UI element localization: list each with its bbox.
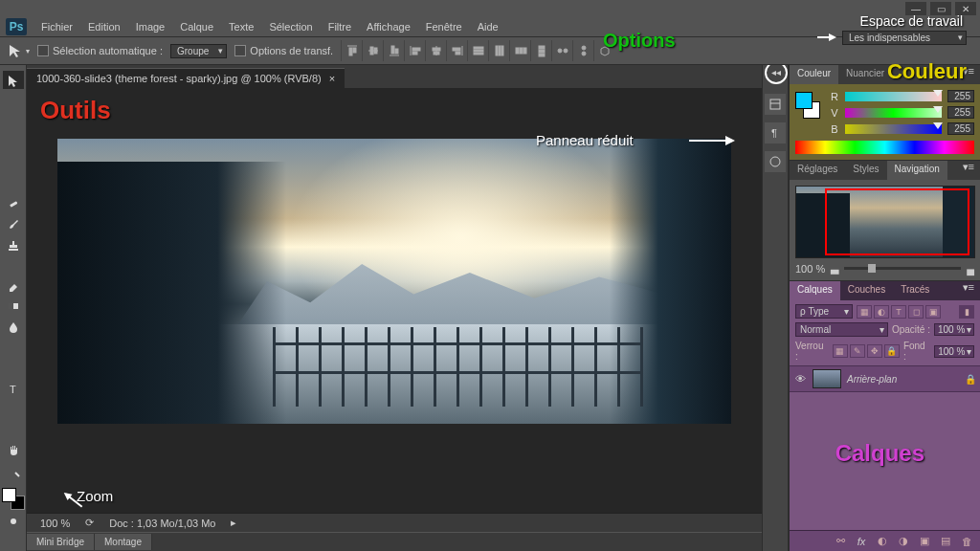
color-slider[interactable]: [845, 92, 942, 101]
heal-tool[interactable]: [3, 194, 24, 212]
panel-swatches[interactable]: [795, 92, 820, 119]
menu-aide[interactable]: Aide: [471, 19, 505, 34]
color-slider[interactable]: [845, 108, 942, 118]
tab-couleur[interactable]: Couleur: [790, 65, 838, 84]
menu-edition[interactable]: Edition: [81, 19, 127, 34]
workspace-dropdown[interactable]: Les indispensables: [842, 31, 967, 45]
auto-select-target[interactable]: Groupe: [170, 44, 227, 58]
blur-tool[interactable]: [3, 318, 24, 336]
distribute-4-icon[interactable]: [530, 40, 551, 61]
align-bottom-icon[interactable]: [383, 40, 404, 61]
layer-thumbnail[interactable]: [813, 369, 841, 388]
align-hcenter-icon[interactable]: [425, 40, 446, 61]
fx-icon[interactable]: fx: [854, 534, 869, 549]
status-more[interactable]: ▸: [231, 517, 236, 529]
lock-trans-icon[interactable]: ▦: [833, 344, 848, 358]
filter-adjust-icon[interactable]: ◐: [874, 305, 889, 319]
brush-tool[interactable]: [3, 214, 24, 232]
active-tool-indicator[interactable]: ▾: [8, 43, 30, 58]
collapsed-panel-icon-2[interactable]: ¶: [765, 122, 786, 143]
marquee-tool[interactable]: [3, 91, 24, 109]
lock-pos-icon[interactable]: ✥: [867, 344, 882, 358]
filter-toggle[interactable]: ▮: [959, 305, 974, 319]
3d-mode-icon[interactable]: [593, 40, 614, 61]
path-select-tool[interactable]: [3, 400, 24, 418]
crop-tool[interactable]: [3, 153, 24, 171]
window-close[interactable]: ✕: [955, 2, 976, 15]
close-tab-icon[interactable]: ×: [329, 73, 335, 84]
stamp-tool[interactable]: [3, 235, 24, 253]
canvas[interactable]: [27, 88, 762, 513]
new-layer-icon[interactable]: ▤: [938, 534, 953, 549]
align-top-icon[interactable]: [341, 40, 362, 61]
mask-icon[interactable]: ◐: [875, 534, 890, 549]
window-maximize[interactable]: ▭: [930, 2, 951, 15]
layer-row[interactable]: 👁 Arrière-plan 🔒: [790, 365, 980, 392]
color-value[interactable]: 255: [947, 106, 974, 119]
panel-menu-icon[interactable]: ▾≡: [957, 281, 980, 300]
distribute-1-icon[interactable]: [467, 40, 488, 61]
move-tool[interactable]: [3, 71, 24, 89]
eraser-tool[interactable]: [3, 276, 24, 295]
mini-bridge-tab[interactable]: Mini Bridge: [27, 534, 95, 550]
auto-select-checkbox[interactable]: Sélection automatique :: [37, 45, 163, 56]
trash-icon[interactable]: 🗑: [959, 534, 974, 549]
menu-fichier[interactable]: Fichier: [34, 19, 79, 34]
lock-pixel-icon[interactable]: ✎: [850, 344, 865, 358]
wand-tool[interactable]: [3, 132, 24, 150]
zoom-out-icon[interactable]: ▃: [831, 262, 838, 275]
navigator-viewport[interactable]: [825, 188, 969, 255]
collapsed-panel-icon-1[interactable]: [765, 94, 786, 115]
zoom-tool[interactable]: [3, 461, 24, 479]
distribute-3-icon[interactable]: [509, 40, 530, 61]
menu-fenetre[interactable]: Fenêtre: [419, 19, 469, 34]
navigator-thumbnail[interactable]: [795, 186, 975, 258]
spectrum-bar[interactable]: [795, 141, 974, 154]
fill-value[interactable]: 100 %: [934, 345, 974, 358]
color-value[interactable]: 255: [947, 90, 974, 102]
distribute-5-icon[interactable]: [551, 40, 572, 61]
tab-reglages[interactable]: Réglages: [790, 161, 845, 180]
nav-zoom[interactable]: 100 %: [795, 263, 825, 275]
color-swatches[interactable]: [2, 488, 25, 510]
align-vcenter-icon[interactable]: [362, 40, 383, 61]
color-value[interactable]: 255: [947, 122, 974, 135]
adjustment-icon[interactable]: ◑: [896, 534, 911, 549]
pen-tool[interactable]: [3, 359, 24, 377]
window-minimize[interactable]: —: [905, 2, 926, 15]
menu-image[interactable]: Image: [129, 19, 172, 34]
blend-mode-dropdown[interactable]: Normal: [795, 322, 888, 337]
collapsed-panel-icon-3[interactable]: [765, 151, 786, 172]
menu-affichage[interactable]: Affichage: [360, 19, 417, 34]
menu-selection[interactable]: Sélection: [262, 19, 319, 34]
group-icon[interactable]: ▣: [917, 534, 932, 549]
tab-navigation[interactable]: Navigation: [887, 161, 947, 180]
gradient-tool[interactable]: [3, 297, 24, 315]
filter-type-icon[interactable]: T: [891, 305, 906, 319]
status-icon[interactable]: ⟳: [85, 517, 94, 529]
layer-filter-kind[interactable]: ρ Type: [795, 304, 853, 319]
tab-couches[interactable]: Couches: [840, 281, 893, 300]
opacity-value[interactable]: 100 %: [934, 323, 974, 336]
menu-texte[interactable]: Texte: [222, 19, 260, 34]
document-tab[interactable]: 1000-360-slide3 (theme forest - sparky).…: [27, 68, 345, 88]
zoom-in-icon[interactable]: ▄: [967, 263, 974, 275]
lasso-tool[interactable]: [3, 112, 24, 130]
eyedropper-tool[interactable]: [3, 173, 24, 191]
montage-tab[interactable]: Montage: [95, 534, 152, 550]
panel-menu-icon[interactable]: ▾≡: [957, 65, 980, 84]
tab-nuancier[interactable]: Nuancier: [838, 65, 892, 84]
expand-dock-icon[interactable]: ◂◂: [768, 67, 784, 78]
history-brush-tool[interactable]: [3, 255, 24, 274]
quickmask-tool[interactable]: [3, 512, 24, 530]
type-tool[interactable]: T: [3, 379, 24, 397]
layer-name[interactable]: Arrière-plan: [847, 374, 897, 385]
tab-traces[interactable]: Tracés: [893, 281, 937, 300]
distribute-2-icon[interactable]: [488, 40, 509, 61]
dodge-tool[interactable]: [3, 338, 24, 356]
color-slider[interactable]: [845, 124, 942, 134]
menu-filtre[interactable]: Filtre: [322, 19, 358, 34]
align-right-icon[interactable]: [446, 40, 467, 61]
foreground-swatch[interactable]: [2, 488, 16, 502]
screenmode-tool[interactable]: [3, 533, 24, 551]
